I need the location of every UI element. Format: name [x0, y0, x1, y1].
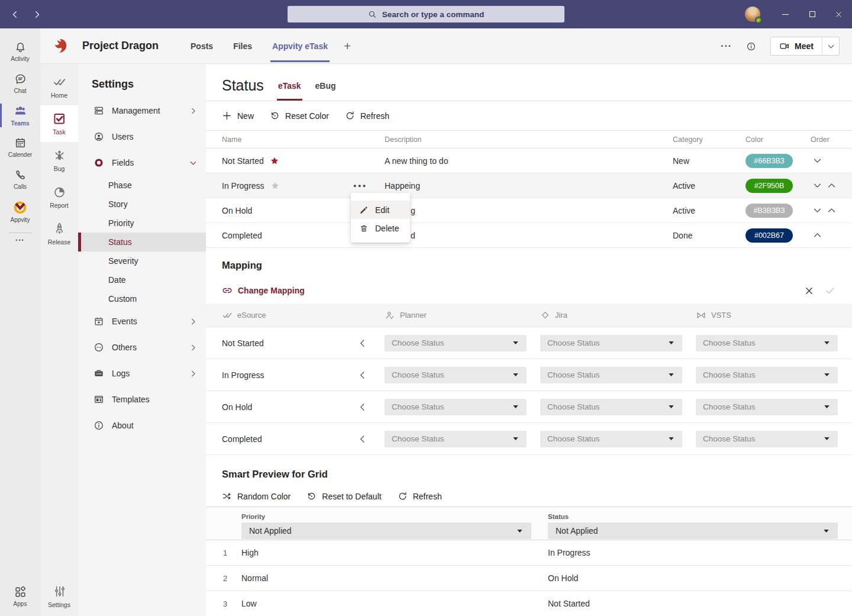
priority-label: Priority [241, 513, 265, 520]
settings-item-story[interactable]: Story [78, 195, 206, 214]
status-name: Not Started [222, 156, 264, 166]
sidebar-item-calender[interactable]: Calender [0, 131, 40, 163]
chevron-left-icon[interactable] [358, 370, 385, 380]
settings-item-others[interactable]: Others [78, 334, 206, 360]
order-up-icon[interactable] [827, 206, 836, 215]
mapping-row-in-progress: In Progress Choose Status Choose Status … [206, 359, 852, 391]
settings-item-date[interactable]: Date [78, 270, 206, 289]
reset-to-default-button[interactable]: Reset to Default [306, 491, 381, 501]
settings-item-users[interactable]: Users [78, 124, 206, 150]
avatar[interactable]: ✓ [745, 7, 760, 22]
status-row-in-progress: In Progress ●●● Happeing Active #2F950B [206, 173, 852, 198]
planner-status-dropdown[interactable]: Choose Status [385, 431, 527, 447]
refresh-button[interactable]: Refresh [398, 491, 442, 501]
module-item-home[interactable]: Home [40, 69, 78, 105]
color-pill[interactable]: #B3B3B3 [746, 204, 793, 218]
settings-item-about[interactable]: About [78, 412, 206, 438]
random-color-button[interactable]: Random Color [222, 491, 291, 501]
sidebar-item-calls[interactable]: Calls [0, 163, 40, 195]
vsts-status-dropdown[interactable]: Choose Status [696, 431, 838, 447]
new-button[interactable]: New [222, 111, 254, 121]
order-up-icon[interactable] [827, 181, 836, 190]
search-input[interactable]: Search or type a command [288, 6, 564, 22]
module-item-settings[interactable]: Settings [40, 578, 78, 615]
settings-item-management[interactable]: Management [78, 98, 206, 124]
tab-posts[interactable]: Posts [180, 28, 223, 63]
sidebar-item-chat[interactable]: Chat [0, 67, 40, 99]
chevron-left-icon[interactable] [358, 434, 385, 444]
settings-item-phase[interactable]: Phase [78, 176, 206, 195]
settings-item-logs[interactable]: Logs [78, 360, 206, 386]
order-down-icon[interactable] [813, 181, 822, 190]
star-icon[interactable] [270, 181, 280, 191]
settings-item-priority[interactable]: Priority [78, 214, 206, 233]
color-pill[interactable]: #2F950B [746, 179, 793, 193]
planner-status-dropdown[interactable]: Choose Status [385, 335, 527, 351]
maximize-button[interactable] [799, 0, 825, 28]
color-pill[interactable]: #002B67 [746, 228, 793, 243]
back-arrow-icon[interactable] [8, 5, 22, 23]
chevron-left-icon[interactable] [358, 338, 385, 348]
sidebar-item-appvity[interactable]: Appvity [0, 195, 40, 227]
module-item-bug[interactable]: Bug [40, 142, 78, 179]
vsts-status-dropdown[interactable]: Choose Status [696, 399, 838, 415]
color-pill[interactable]: #66B3B3 [746, 154, 793, 168]
sidebar-item-teams[interactable]: Teams [0, 99, 40, 131]
tab-ebug[interactable]: eBug [308, 81, 343, 101]
add-tab-button[interactable]: + [338, 28, 357, 63]
preview-row-2: 2 Normal On Hold [206, 566, 852, 591]
settings-item-severity[interactable]: Severity [78, 251, 206, 270]
status-description-partial: g [385, 206, 673, 215]
sidebar-item-apps[interactable]: Apps [0, 580, 40, 612]
mapping-cancel-icon[interactable] [804, 286, 814, 296]
teams-app-window: Search or type a command ✓ Activity Chat [0, 0, 852, 616]
sidebar-item-activity[interactable]: Activity [0, 36, 40, 67]
order-down-icon[interactable] [813, 206, 822, 215]
chevron-left-icon[interactable] [358, 402, 385, 412]
forward-arrow-icon[interactable] [30, 5, 44, 23]
reset-color-button[interactable]: Reset Color [270, 111, 329, 121]
caret-down-icon [667, 371, 675, 379]
info-icon[interactable] [746, 41, 756, 51]
settings-item-status[interactable]: Status [78, 233, 206, 251]
minimize-button[interactable] [772, 0, 799, 28]
caret-down-icon [823, 403, 831, 411]
more-options-icon[interactable]: ··· [721, 41, 732, 51]
context-menu-delete[interactable]: Delete [351, 219, 410, 237]
jira-status-dropdown[interactable]: Choose Status [540, 367, 682, 383]
rail-more-button[interactable]: ••• [0, 237, 40, 243]
default-star-icon[interactable] [270, 156, 279, 166]
tab-etask[interactable]: eTask [271, 81, 308, 101]
planner-status-dropdown[interactable]: Choose Status [385, 399, 527, 415]
meet-dropdown-chevron-icon[interactable] [822, 37, 839, 55]
tab-files[interactable]: Files [223, 28, 262, 63]
settings-item-events[interactable]: Events [78, 308, 206, 334]
vsts-bowtie-icon [696, 310, 706, 321]
module-item-report[interactable]: Report [40, 179, 78, 215]
history-arrow-icon [306, 491, 317, 501]
order-up-icon[interactable] [813, 231, 822, 240]
vsts-status-dropdown[interactable]: Choose Status [696, 367, 838, 383]
settings-item-templates[interactable]: Templates [78, 386, 206, 412]
order-down-icon[interactable] [813, 156, 822, 165]
status-label: Status [548, 513, 569, 520]
tab-appvity-etask[interactable]: Appvity eTask [262, 28, 338, 63]
settings-item-fields[interactable]: Fields [78, 150, 206, 176]
jira-status-dropdown[interactable]: Choose Status [540, 431, 682, 447]
priority-dropdown[interactable]: Not Applied [241, 523, 531, 539]
context-menu-edit[interactable]: Edit [351, 201, 410, 219]
planner-status-dropdown[interactable]: Choose Status [385, 367, 527, 383]
refresh-button[interactable]: Refresh [345, 111, 389, 121]
module-item-task[interactable]: Task [40, 105, 78, 142]
meet-button[interactable]: Meet [770, 37, 840, 56]
close-button[interactable] [825, 0, 852, 28]
vsts-status-dropdown[interactable]: Choose Status [696, 335, 838, 351]
mapping-confirm-icon[interactable] [825, 285, 835, 296]
module-item-release[interactable]: Release [40, 215, 78, 252]
status-dropdown[interactable]: Not Applied [548, 523, 838, 539]
change-mapping-button[interactable]: Change Mapping [222, 285, 305, 296]
settings-item-custom[interactable]: Custom [78, 289, 206, 308]
jira-status-dropdown[interactable]: Choose Status [540, 335, 682, 351]
search-icon [368, 10, 377, 19]
jira-status-dropdown[interactable]: Choose Status [540, 399, 682, 415]
